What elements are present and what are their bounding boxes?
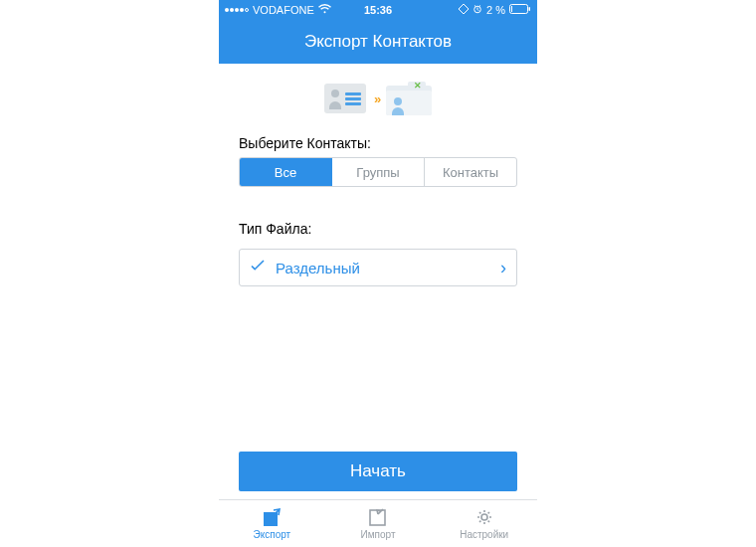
tab-label: Импорт <box>361 529 396 540</box>
tab-export[interactable]: Экспорт <box>219 500 325 547</box>
status-left: VODAFONE <box>225 4 360 16</box>
export-illustration: » ✕ <box>219 64 537 129</box>
tab-bar: Экспорт Импорт Настройки <box>219 499 537 547</box>
status-bar: VODAFONE 15:36 2 % <box>219 0 537 20</box>
main-content: » ✕ Выберите Контакты: Все Группы Контак… <box>219 64 537 547</box>
wifi-icon <box>318 4 331 16</box>
signal-dots-icon <box>225 8 249 12</box>
gear-icon <box>473 507 495 527</box>
arrow-icon: » <box>374 91 378 106</box>
svg-rect-1 <box>510 5 528 14</box>
alarm-icon <box>472 4 482 16</box>
start-button[interactable]: Начать <box>239 452 517 491</box>
tab-label: Настройки <box>460 529 508 540</box>
chevron-right-icon: › <box>500 258 506 278</box>
battery-percent: 2 % <box>486 4 505 16</box>
check-icon <box>250 258 266 277</box>
contacts-segmented: Все Группы Контакты <box>239 157 517 187</box>
tab-label: Экспорт <box>254 529 291 540</box>
filetype-label: Тип Файла: <box>219 215 537 243</box>
svg-point-6 <box>481 514 487 520</box>
contacts-label: Выберите Контакты: <box>219 129 537 157</box>
filetype-select[interactable]: Раздельный › <box>239 249 517 286</box>
segment-contacts[interactable]: Контакты <box>425 158 516 186</box>
folder-icon: ✕ <box>386 82 432 115</box>
status-time: 15:36 <box>364 4 392 16</box>
tab-import[interactable]: Импорт <box>325 500 432 547</box>
battery-icon <box>509 4 531 16</box>
contact-card-icon <box>324 84 366 113</box>
page-title: Экспорт Контактов <box>219 20 537 64</box>
filetype-value: Раздельный <box>276 260 490 276</box>
phone-frame: VODAFONE 15:36 2 % Экспорт Контактов <box>219 0 537 547</box>
export-icon <box>261 507 283 527</box>
tab-settings[interactable]: Настройки <box>431 500 537 547</box>
svg-rect-2 <box>529 7 531 11</box>
svg-rect-3 <box>511 6 512 12</box>
import-icon <box>367 507 389 527</box>
status-right: 2 % <box>396 4 531 16</box>
carrier-label: VODAFONE <box>253 4 314 16</box>
segment-groups[interactable]: Группы <box>332 158 425 186</box>
location-icon <box>459 4 469 16</box>
segment-all[interactable]: Все <box>240 158 332 186</box>
